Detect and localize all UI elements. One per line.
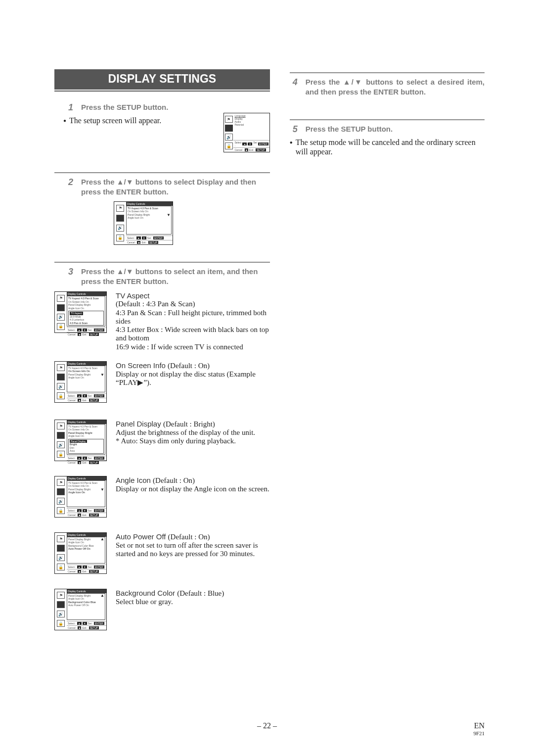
bullet-icon: ● — [63, 116, 66, 126]
flag-icon: ⚑ — [57, 295, 65, 302]
divider — [54, 172, 270, 173]
step-1: 1 Press the SETUP button. — [54, 102, 270, 113]
down-icon: ▼ — [126, 178, 134, 186]
tv-icon — [225, 125, 233, 132]
page-title: DISPLAY SETTINGS — [54, 69, 270, 90]
tv-aspect-l2: 4:3 Pan & Scan : Full height picture, tr… — [116, 309, 270, 326]
flag-icon: ⚑ — [225, 116, 233, 123]
up-icon: ▲ — [117, 267, 124, 276]
bullet-icon: ● — [290, 138, 293, 156]
item-auto-power-off: ⚑🔊🔒 Display Controls Panel Display Brigh… — [54, 532, 270, 574]
down-arrow-icon: ▼ — [167, 213, 171, 217]
onscreen-desc: Display or not display the disc status (… — [116, 370, 270, 387]
step-5-text: Press the SETUP button. — [306, 124, 485, 134]
osd-panel-title: Display Controls — [126, 202, 173, 206]
osd-panel-body: TV Aspect 4:3 Pan & Scan On Screen Info … — [126, 206, 172, 235]
osd-footer-2: Cancel :■ Exit :SETUP — [126, 240, 173, 244]
tv-aspect-l4: 16:9 wide : If wide screen TV is connect… — [116, 343, 270, 351]
autopower-desc: Set or not set to turn off after the scr… — [116, 541, 270, 559]
tv-icon — [116, 215, 124, 222]
speaker-icon: 🔊 — [225, 134, 233, 141]
divider — [54, 262, 270, 263]
autopower-heading: Auto Power Off — [116, 532, 168, 541]
onscreen-heading: On Screen Info — [116, 361, 168, 370]
item-on-screen-info: ⚑🔊🔒 Display Controls TV Aspect 4:3 Pan &… — [54, 361, 270, 403]
divider — [290, 72, 485, 73]
panel-display-l1: Adjust the brightness of the display of … — [116, 428, 270, 437]
divider — [290, 119, 485, 120]
step-4: 4 Press the ▲/▼ buttons to select a desi… — [290, 77, 485, 97]
panel-display-heading: Panel Display — [116, 420, 163, 428]
step-num: 3 — [68, 267, 75, 277]
panel-display-default: (Default : Bright) — [163, 420, 215, 428]
step-3: 3 Press the ▲/▼ buttons to select an ite… — [54, 267, 270, 287]
osd-bg-color: ⚑🔊🔒 Display Controls Panel Display Brigh… — [54, 589, 107, 630]
item-background-color: ⚑🔊🔒 Display Controls Panel Display Brigh… — [54, 589, 270, 630]
angle-desc: Display or not display the Angle icon on… — [116, 485, 270, 493]
step-num: 5 — [293, 124, 300, 135]
subbox-title: TV Aspect — [70, 312, 83, 315]
step-num: 1 — [68, 102, 75, 113]
step-5-body: ● The setup mode will be canceled and th… — [290, 138, 485, 156]
osd-auto-power: ⚑🔊🔒 Display Controls Panel Display Brigh… — [54, 532, 107, 574]
step-2: 2 Press the ▲/▼ buttons to select Displa… — [54, 177, 270, 197]
step-1-bullet-text: The setup screen will appear. — [69, 116, 161, 126]
up-icon: ▲ — [343, 78, 352, 86]
tv-aspect-l3: 4:3 Letter Box : Wide screen with black … — [116, 326, 270, 343]
osd-onscreen: ⚑🔊🔒 Display Controls TV Aspect 4:3 Pan &… — [54, 361, 107, 403]
step-5: 5 Press the SETUP button. — [290, 124, 485, 135]
step-1-body: ● The setup screen will appear. — [63, 116, 216, 126]
title-underline — [54, 91, 270, 92]
onscreen-default: (Default : On) — [168, 362, 210, 370]
lock-icon: 🔒 — [225, 142, 233, 149]
step-2-text: Press the ▲/▼ buttons to select Display … — [81, 177, 270, 197]
lock-icon: 🔒 — [116, 235, 124, 241]
bg-desc: Select blue or gray. — [116, 598, 270, 606]
item-panel-display: ⚑🔊🔒 Display Controls TV Aspect 4:3 Pan &… — [54, 420, 270, 461]
bg-default: (Default : Blue) — [177, 589, 224, 597]
osd-panel-display: ⚑🔊🔒 Display Controls TV Aspect 4:3 Pan &… — [54, 420, 107, 461]
osd-setup-menu: ⚑ 🔊 🔒 Language Display Audio Parental Se… — [223, 113, 270, 152]
osd-footer-2: Cancel :■ Exit :SETUP — [233, 147, 269, 152]
flag-icon: ⚑ — [116, 205, 124, 212]
tv-aspect-heading: TV Aspect — [116, 291, 270, 300]
step-1-text: Press the SETUP button. — [81, 102, 270, 112]
angle-default: (Default : On) — [153, 476, 195, 484]
page-number: – 22 – — [0, 721, 534, 730]
step-3-text: Press the ▲/▼ buttons to select an item,… — [81, 267, 270, 287]
osd-panel-body: TV Aspect 4:3 Pan & Scan On Screen Info … — [67, 296, 105, 327]
autopower-default: (Default : On) — [168, 533, 210, 541]
down-icon: ▼ — [126, 267, 134, 276]
speaker-icon: 🔊 — [116, 225, 124, 232]
step-5-bullet-text: The setup mode will be canceled and the … — [296, 138, 485, 156]
item-angle-icon: ⚑🔊🔒 Display Controls TV Aspect 4:3 Pan &… — [54, 476, 270, 518]
osd-panel-title: Display Controls — [67, 292, 106, 296]
osd-tv-aspect: ⚑ 🔊 🔒 Display Controls TV Aspect 4:3 Pan… — [54, 291, 107, 333]
tv-aspect-default: (Default : 4:3 Pan & Scan) — [116, 300, 270, 308]
bg-heading: Background Color — [116, 589, 177, 597]
step-4-text: Press the ▲/▼ buttons to select a desire… — [306, 77, 485, 97]
osd-footer: Select :▲▼ Set :ENTER — [126, 236, 173, 240]
osd-display-controls: ⚑ 🔊 🔒 Display Controls TV Aspect 4:3 Pan… — [114, 201, 173, 245]
tv-icon — [57, 304, 65, 311]
down-icon: ▼ — [354, 78, 363, 86]
osd-angle-icon: ⚑🔊🔒 Display Controls TV Aspect 4:3 Pan &… — [54, 476, 107, 518]
menu-parental-label: Parental — [234, 123, 268, 126]
angle-heading: Angle Icon — [116, 476, 153, 484]
step-num: 2 — [68, 177, 75, 188]
footer-code: 9F21 — [473, 730, 485, 736]
step-num: 4 — [293, 77, 300, 88]
panel-display-l2: * Auto: Stays dim only during playback. — [116, 437, 270, 445]
speaker-icon: 🔊 — [57, 314, 65, 321]
osd-footer: Select :▲▼ Set :ENTER — [233, 140, 269, 147]
item-tv-aspect: ⚑ 🔊 🔒 Display Controls TV Aspect 4:3 Pan… — [54, 291, 270, 351]
page-footer: – 22 – EN 9F21 — [0, 721, 534, 736]
lock-icon: 🔒 — [57, 323, 65, 330]
up-icon: ▲ — [117, 178, 124, 186]
